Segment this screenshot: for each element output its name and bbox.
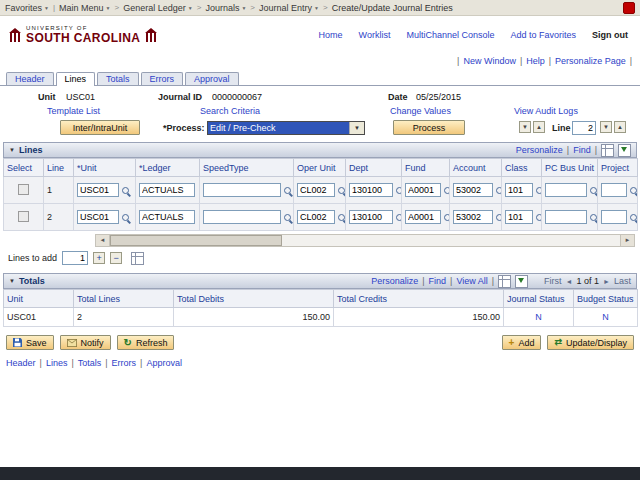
change-values-link[interactable]: Change Values <box>390 106 451 116</box>
dept-field[interactable] <box>349 183 393 197</box>
lookup-icon[interactable] <box>284 214 291 221</box>
totals-personalize-link[interactable]: Personalize <box>371 276 418 286</box>
lookup-icon[interactable] <box>396 214 402 221</box>
dept-field[interactable] <box>349 210 393 224</box>
totals-find-link[interactable]: Find <box>429 276 447 286</box>
scroll-left-icon[interactable]: ◄ <box>96 235 110 246</box>
budget-status-link[interactable]: N <box>602 312 609 322</box>
save-button[interactable]: Save <box>6 335 54 350</box>
breadcrumb-item-journal-entry[interactable]: Journal Entry ▼ <box>259 3 319 13</box>
line-nav-down-icon[interactable]: ▼ <box>519 121 531 133</box>
breadcrumb-item-general-ledger[interactable]: General Ledger ▼ <box>123 3 193 13</box>
fund-field[interactable] <box>405 183 441 197</box>
lookup-icon[interactable] <box>444 214 450 221</box>
lookup-icon[interactable] <box>338 214 345 221</box>
worklist-link[interactable]: Worklist <box>359 30 391 40</box>
account-field[interactable] <box>453 210 493 224</box>
pc-bus-unit-field[interactable] <box>545 183 587 197</box>
col-class[interactable]: Class <box>502 159 542 177</box>
col-oper-unit[interactable]: Oper Unit <box>294 159 346 177</box>
project-field[interactable] <box>601 210 627 224</box>
account-field[interactable] <box>453 183 493 197</box>
collapse-lines-icon[interactable]: ▼ <box>9 147 15 153</box>
footer-link-header[interactable]: Header <box>6 358 36 368</box>
footer-link-errors[interactable]: Errors <box>112 358 137 368</box>
class-field[interactable] <box>505 210 533 224</box>
zoom-grid-icon[interactable] <box>498 275 511 288</box>
col-project[interactable]: Project <box>598 159 638 177</box>
collapse-totals-icon[interactable]: ▼ <box>9 278 15 284</box>
class-field[interactable] <box>505 183 533 197</box>
lookup-icon[interactable] <box>630 187 637 194</box>
chevron-down-icon[interactable]: ▼ <box>349 122 364 134</box>
add-to-favorites-link[interactable]: Add to Favorites <box>510 30 576 40</box>
lookup-icon[interactable] <box>536 187 542 194</box>
scroll-right-icon[interactable]: ► <box>620 235 634 246</box>
ledger-field[interactable] <box>139 210 195 224</box>
lines-find-link[interactable]: Find <box>573 145 591 155</box>
tab-lines[interactable]: Lines <box>56 72 96 86</box>
speedtype-field[interactable] <box>203 210 281 224</box>
download-icon[interactable] <box>515 275 528 288</box>
line-input[interactable] <box>572 121 596 135</box>
fund-field[interactable] <box>405 210 441 224</box>
row-select-checkbox[interactable] <box>18 211 29 222</box>
lookup-icon[interactable] <box>122 187 129 194</box>
lookup-icon[interactable] <box>630 214 637 221</box>
download-icon[interactable] <box>618 144 631 157</box>
line-nav-next-icon[interactable]: ▼ <box>600 121 612 133</box>
lookup-icon[interactable] <box>590 214 597 221</box>
lookup-icon[interactable] <box>496 214 502 221</box>
breadcrumb-item-main-menu[interactable]: Main Menu ▼ <box>59 3 110 13</box>
lookup-icon[interactable] <box>496 187 502 194</box>
lookup-icon[interactable] <box>396 187 402 194</box>
search-criteria-link[interactable]: Search Criteria <box>200 106 260 116</box>
lookup-icon[interactable] <box>444 187 450 194</box>
page-next-icon[interactable]: ► <box>603 278 610 285</box>
pagination-first-link[interactable]: First <box>544 276 562 286</box>
breadcrumb-favorites[interactable]: Favorites ▼ <box>5 3 49 13</box>
unit-field[interactable] <box>77 210 119 224</box>
lines-grid-hscrollbar[interactable]: ◄ ► <box>95 234 635 247</box>
new-window-link[interactable]: New Window <box>463 56 516 66</box>
delete-rows-icon[interactable]: − <box>110 252 122 264</box>
journal-status-link[interactable]: N <box>535 312 542 322</box>
project-field[interactable] <box>601 183 627 197</box>
oper-unit-field[interactable] <box>297 210 335 224</box>
sign-out-link[interactable]: Sign out <box>592 30 628 40</box>
page-prev-icon[interactable]: ◄ <box>566 278 573 285</box>
insert-rows-icon[interactable]: + <box>93 252 105 264</box>
lookup-icon[interactable] <box>122 214 129 221</box>
row-select-checkbox[interactable] <box>18 184 29 195</box>
inter-intraunit-button[interactable]: Inter/IntraUnit <box>60 120 140 135</box>
footer-link-totals[interactable]: Totals <box>78 358 102 368</box>
pagination-last-link[interactable]: Last <box>614 276 631 286</box>
tab-header[interactable]: Header <box>6 72 54 85</box>
footer-link-lines[interactable]: Lines <box>46 358 68 368</box>
totals-view-all-link[interactable]: View All <box>456 276 487 286</box>
journal-lines-grid-icon[interactable] <box>131 252 144 265</box>
col-account[interactable]: Account <box>450 159 502 177</box>
template-list-link[interactable]: Template List <box>47 106 100 116</box>
update-display-button[interactable]: ⇄ Update/Display <box>547 335 634 350</box>
personalize-page-link[interactable]: Personalize Page <box>555 56 626 66</box>
tab-approval[interactable]: Approval <box>185 72 239 85</box>
col-unit[interactable]: *Unit <box>74 159 136 177</box>
footer-link-approval[interactable]: Approval <box>146 358 182 368</box>
notification-icon[interactable] <box>623 2 635 14</box>
col-fund[interactable]: Fund <box>402 159 450 177</box>
scrollbar-track[interactable] <box>282 235 620 246</box>
breadcrumb-item-journals[interactable]: Journals ▼ <box>205 3 246 13</box>
line-nav-up-icon[interactable]: ▲ <box>533 121 545 133</box>
pc-bus-unit-field[interactable] <box>545 210 587 224</box>
home-link[interactable]: Home <box>319 30 343 40</box>
col-ledger[interactable]: *Ledger <box>136 159 200 177</box>
add-button[interactable]: + Add <box>502 335 542 350</box>
tab-totals[interactable]: Totals <box>97 72 139 85</box>
oper-unit-field[interactable] <box>297 183 335 197</box>
lines-to-add-input[interactable] <box>62 251 88 265</box>
refresh-button[interactable]: ↻ Refresh <box>117 335 175 350</box>
multichannel-console-link[interactable]: MultiChannel Console <box>406 30 494 40</box>
process-select[interactable]: Edit / Pre-Check ▼ <box>207 121 365 135</box>
lines-personalize-link[interactable]: Personalize <box>516 145 563 155</box>
